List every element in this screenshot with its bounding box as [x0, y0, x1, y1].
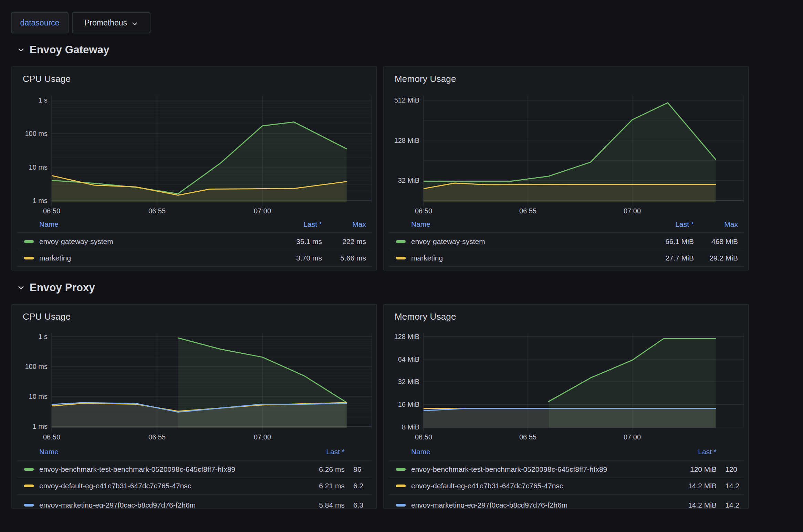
legend-row: envoy-default-eg-e41e7b31-647dc7c765-47n…: [12, 478, 376, 494]
legend-max-value: 86: [353, 465, 377, 474]
legend-row: envoy-gateway-system66.1 MiB468 MiB: [384, 234, 748, 249]
datasource-select[interactable]: Prometheus: [72, 12, 150, 33]
legend-divider: [389, 266, 743, 267]
panel-title[interactable]: Memory Usage: [395, 311, 456, 322]
legend-header-row: NameLast *Max: [12, 216, 376, 232]
legend-sort-max[interactable]: Max: [12, 220, 366, 228]
chevron-down-icon: [131, 20, 138, 27]
panel-title[interactable]: CPU Usage: [23, 74, 71, 84]
panel-title[interactable]: Memory Usage: [395, 74, 456, 84]
panel-gateway-cpu: CPU Usage NameLast *Maxenvoy-gateway-sys…: [11, 66, 377, 270]
panel-title[interactable]: CPU Usage: [23, 311, 71, 322]
section-title: Envoy Gateway: [30, 44, 110, 56]
legend-sort-max[interactable]: Max: [384, 220, 738, 228]
legend-divider: [18, 494, 372, 494]
legend-max-value: 14.2: [725, 482, 749, 490]
datasource-variable-label: datasource: [11, 12, 69, 33]
legend-row: envoy-marketing-eg-297f0cac-b8cd97d76-f2…: [12, 497, 376, 509]
section-collapse-icon: [17, 46, 25, 54]
legend-max-value: 468 MiB: [384, 237, 738, 246]
grafana-dashboard: datasource Prometheus Envoy Gateway Envo…: [0, 0, 803, 532]
legend-header-row: NameLast *Max: [384, 216, 748, 232]
legend-header-row: NameLast *: [12, 444, 376, 460]
legend-last-value: 14.2 MiB: [384, 501, 717, 509]
legend-row: envoy-marketing-eg-297f0cac-b8cd97d76-f2…: [384, 497, 748, 509]
legend-max-value: 222 ms: [12, 237, 366, 246]
legend-row: marketing27.7 MiB29.2 MiB: [384, 250, 748, 266]
section-header-envoy-proxy[interactable]: Envoy Proxy: [17, 281, 95, 295]
section-title: Envoy Proxy: [30, 281, 95, 294]
legend-max-value: 120: [725, 465, 749, 474]
panel-proxy-memory: Memory Usage NameLast *envoy-benchmark-t…: [383, 304, 749, 509]
section-header-envoy-gateway[interactable]: Envoy Gateway: [17, 43, 110, 57]
legend-last-value: 120 MiB: [384, 465, 717, 474]
legend-divider: [18, 232, 372, 233]
panel-gateway-memory: Memory Usage NameLast *Maxenvoy-gateway-…: [383, 66, 749, 270]
legend-last-value: 6.21 ms: [12, 482, 345, 490]
legend-divider: [18, 266, 372, 267]
legend-divider: [389, 232, 743, 233]
legend-last-value: 14.2 MiB: [384, 482, 717, 490]
legend-header-row: NameLast *: [384, 444, 748, 460]
legend-sort-last[interactable]: Last *: [384, 448, 717, 456]
legend-max-value: 5.66 ms: [12, 254, 366, 262]
datasource-label-text: datasource: [20, 18, 60, 28]
legend-row: envoy-benchmark-test-benchmark-0520098c-…: [12, 461, 376, 477]
panel-proxy-cpu: CPU Usage NameLast *envoy-benchmark-test…: [11, 304, 377, 509]
legend-divider: [18, 460, 372, 460]
datasource-value-text: Prometheus: [84, 18, 127, 28]
legend-last-value: 5.84 ms: [12, 501, 345, 509]
legend-max-value: 6.3: [353, 501, 377, 509]
legend-divider: [389, 460, 743, 460]
legend-sort-last[interactable]: Last *: [12, 448, 345, 456]
legend-row: marketing3.70 ms5.66 ms: [12, 250, 376, 266]
legend-row: envoy-gateway-system35.1 ms222 ms: [12, 234, 376, 249]
section-collapse-icon: [17, 284, 25, 291]
legend-divider: [389, 494, 743, 494]
legend-last-value: 6.26 ms: [12, 465, 345, 474]
legend-max-value: 6.2: [353, 482, 377, 490]
legend-row: envoy-default-eg-e41e7b31-647dc7c765-47n…: [384, 478, 748, 494]
legend-row: envoy-benchmark-test-benchmark-0520098c-…: [384, 461, 748, 477]
legend-max-value: 14.2: [725, 501, 749, 509]
legend-max-value: 29.2 MiB: [384, 254, 738, 262]
